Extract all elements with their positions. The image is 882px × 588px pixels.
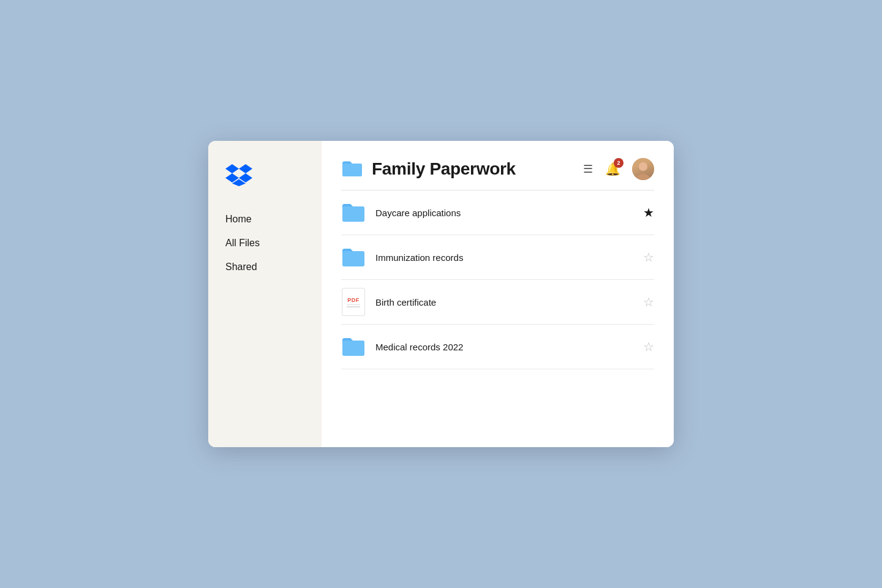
file-name-birth-certificate: Birth certificate (375, 297, 633, 307)
pdf-label: PDF (347, 297, 360, 303)
folder-icon (341, 336, 366, 358)
sidebar-item-shared[interactable]: Shared (225, 261, 304, 274)
notification-badge: 2 (614, 158, 624, 168)
app-window: Home All Files Shared Family Paperwork ☰ (208, 141, 674, 447)
pdf-line-2 (347, 306, 360, 307)
pdf-icon: PDF (341, 291, 366, 313)
menu-icon[interactable]: ☰ (583, 162, 593, 176)
star-button-medical-records-2022[interactable]: ☆ (643, 341, 654, 353)
star-button-daycare-applications[interactable]: ★ (643, 206, 654, 219)
file-item-birth-certificate[interactable]: PDF Birth certificate ☆ (341, 280, 654, 325)
folder-icon (341, 246, 366, 268)
file-item-immunization-records[interactable]: Immunization records ☆ (341, 235, 654, 280)
file-name-medical-records-2022: Medical records 2022 (375, 342, 633, 352)
sidebar-item-all-files[interactable]: All Files (225, 237, 304, 250)
file-item-medical-records-2022[interactable]: Medical records 2022 ☆ (341, 325, 654, 369)
pdf-icon-box: PDF (342, 288, 365, 316)
star-button-immunization-records[interactable]: ☆ (643, 251, 654, 263)
page-title: Family Paperwork (372, 159, 575, 179)
file-name-daycare-applications: Daycare applications (375, 208, 633, 218)
dropbox-logo[interactable] (225, 163, 304, 189)
pdf-line-1 (347, 304, 360, 306)
avatar-image (632, 158, 654, 180)
file-list: Daycare applications ★ Immunization reco… (322, 190, 674, 447)
sidebar-item-home[interactable]: Home (225, 213, 304, 226)
star-button-birth-certificate[interactable]: ☆ (643, 296, 654, 308)
header-folder-icon (341, 159, 363, 179)
file-item-daycare-applications[interactable]: Daycare applications ★ (341, 190, 654, 235)
sidebar: Home All Files Shared (208, 141, 322, 447)
file-name-immunization-records: Immunization records (375, 252, 633, 263)
avatar[interactable] (632, 158, 654, 180)
folder-icon (341, 202, 366, 224)
main-content: Family Paperwork ☰ 🔔 2 (322, 141, 674, 447)
notification-button[interactable]: 🔔 2 (603, 159, 622, 179)
nav-list: Home All Files Shared (225, 213, 304, 273)
content-header: Family Paperwork ☰ 🔔 2 (322, 141, 674, 180)
header-actions: ☰ 🔔 2 (583, 158, 654, 180)
